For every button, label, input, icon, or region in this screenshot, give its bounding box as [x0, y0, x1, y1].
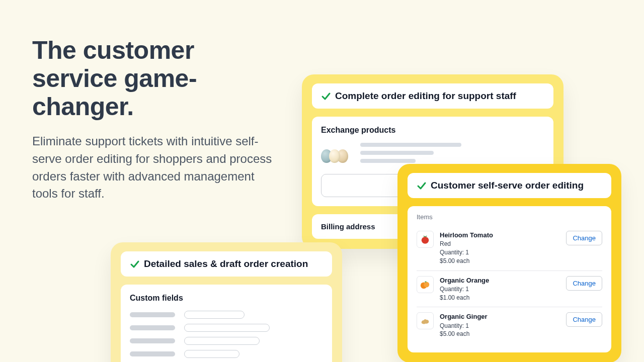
skeleton-input — [184, 311, 245, 319]
skeleton-line — [360, 151, 434, 155]
skeleton-input — [184, 350, 239, 358]
card-title: Customer self-serve order editing — [431, 180, 584, 191]
product-thumbnail — [321, 143, 352, 163]
items-label: Items — [417, 213, 602, 221]
line-item-name: Organic Ginger — [440, 312, 560, 321]
line-item-name: Organic Orange — [440, 276, 560, 285]
skeleton-line — [360, 159, 416, 163]
product-thumbnail — [417, 312, 434, 329]
card-title: Complete order editing for support staff — [335, 90, 516, 102]
check-icon — [417, 180, 427, 191]
change-button[interactable]: Change — [566, 276, 602, 291]
card-body: Custom fields — [121, 285, 332, 362]
svg-point-0 — [422, 237, 429, 244]
section-title: Custom fields — [130, 294, 323, 303]
line-item-price: $5.00 each — [440, 257, 560, 265]
skeleton-input — [184, 337, 260, 345]
check-icon — [130, 259, 140, 269]
hero: The customer service game-changer. Elimi… — [32, 36, 284, 203]
skeleton-label — [130, 351, 175, 356]
change-button[interactable]: Change — [566, 231, 602, 245]
list-item: Heirloom Tomato Red Quantity: 1 $5.00 ea… — [417, 226, 602, 271]
line-item-price: $5.00 each — [440, 330, 560, 338]
line-item-name: Heirloom Tomato — [440, 231, 560, 240]
list-item: Organic Ginger Quantity: 1 $5.00 each Ch… — [417, 307, 602, 343]
change-button[interactable]: Change — [566, 312, 602, 327]
line-item-qty: Quantity: 1 — [440, 285, 560, 294]
check-icon — [321, 91, 331, 101]
skeleton-label — [130, 312, 175, 317]
line-item-price: $1.00 each — [440, 294, 560, 302]
card-draft-order: Detailed sales & draft order creation Cu… — [111, 242, 342, 362]
page-title: The customer service game-changer. — [32, 36, 284, 121]
page-subtitle: Eliminate support tickets with intuitive… — [32, 133, 274, 203]
card-self-serve: Customer self-serve order editing Items … — [397, 164, 621, 362]
skeleton-line — [360, 143, 461, 147]
skeleton-input — [184, 324, 270, 332]
line-item-variant: Red — [440, 240, 560, 248]
skeleton-label — [130, 325, 175, 330]
card-body: Items Heirloom Tomato Red Quantity: 1 $5… — [408, 206, 611, 352]
product-thumbnail — [417, 276, 434, 293]
list-item: Organic Orange Quantity: 1 $1.00 each Ch… — [417, 271, 602, 308]
svg-point-3 — [425, 281, 427, 282]
skeleton-label — [130, 338, 175, 343]
svg-point-2 — [424, 282, 429, 287]
line-item-qty: Quantity: 1 — [440, 322, 560, 330]
line-item-qty: Quantity: 1 — [440, 248, 560, 257]
card-header: Detailed sales & draft order creation — [121, 251, 332, 277]
product-thumbnail — [417, 231, 434, 248]
card-title: Detailed sales & draft order creation — [144, 258, 308, 269]
section-title: Exchange products — [321, 126, 544, 135]
card-header: Customer self-serve order editing — [408, 173, 611, 198]
card-header: Complete order editing for support staff — [312, 83, 553, 109]
